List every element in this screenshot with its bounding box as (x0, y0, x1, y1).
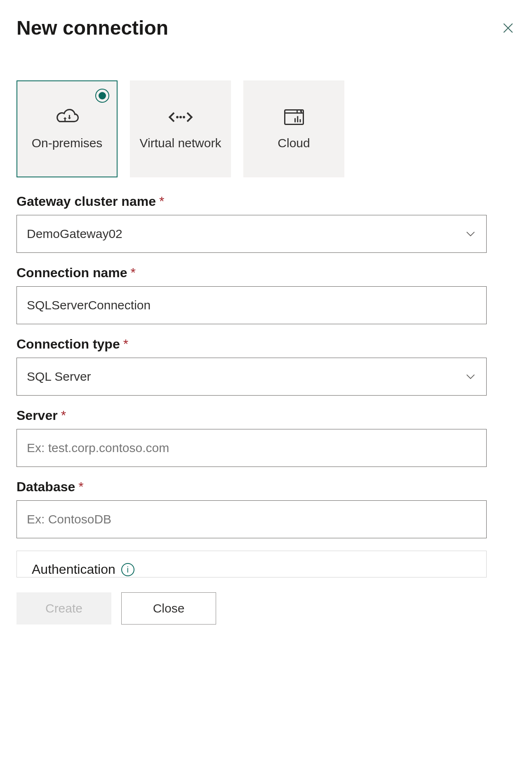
database-label: Database (16, 479, 75, 495)
connection-type-value: SQL Server (27, 370, 91, 384)
close-button[interactable]: Close (121, 592, 216, 625)
server-label: Server (16, 408, 58, 423)
required-marker: * (123, 337, 128, 352)
gateway-value: DemoGateway02 (27, 227, 122, 241)
page-title: New connection (16, 16, 168, 39)
authentication-title: Authentication (32, 562, 115, 577)
connection-name-input[interactable] (27, 287, 476, 324)
connection-type-label-field: Connection type (16, 337, 120, 352)
connection-type-group: On-premises Virtual network (16, 80, 516, 177)
vnet-icon (167, 107, 194, 127)
chevron-down-icon (465, 371, 476, 382)
radio-selected-icon (95, 89, 109, 103)
gateway-label: Gateway cluster name (16, 194, 156, 209)
gateway-select[interactable]: DemoGateway02 (16, 215, 487, 253)
required-marker: * (61, 408, 66, 423)
create-button: Create (16, 592, 111, 625)
svg-point-4 (176, 116, 179, 118)
chevron-down-icon (465, 228, 476, 240)
connection-type-label: On-premises (26, 135, 108, 151)
svg-point-6 (183, 116, 185, 118)
svg-point-5 (179, 116, 182, 118)
cloud-report-icon (282, 107, 306, 127)
connection-type-select[interactable]: SQL Server (16, 358, 487, 396)
required-marker: * (159, 194, 164, 209)
connection-type-on-premises[interactable]: On-premises (16, 80, 118, 177)
authentication-section: Authentication i (16, 551, 487, 577)
required-marker: * (130, 265, 135, 280)
connection-type-cloud[interactable]: Cloud (243, 80, 344, 177)
required-marker: * (78, 479, 83, 495)
info-icon[interactable]: i (121, 563, 134, 576)
close-panel-button[interactable] (501, 21, 516, 35)
connection-type-virtual-network[interactable]: Virtual network (130, 80, 231, 177)
cloud-sync-icon (54, 107, 80, 127)
server-input[interactable] (27, 429, 476, 467)
close-icon (501, 21, 515, 35)
connection-type-label: Cloud (272, 135, 315, 151)
database-input[interactable] (27, 501, 476, 538)
connection-name-label: Connection name (16, 265, 127, 280)
connection-type-label: Virtual network (134, 135, 227, 151)
